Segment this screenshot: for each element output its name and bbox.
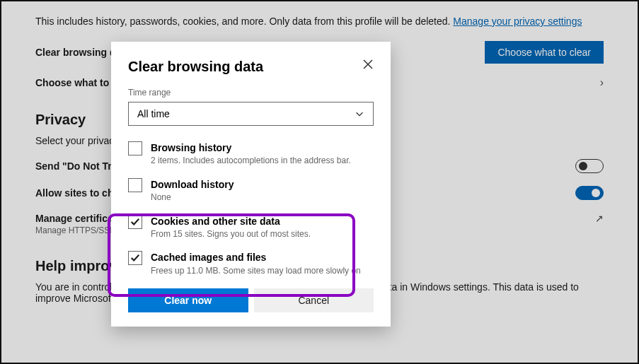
option-desc: 2 items. Includes autocompletions in the… xyxy=(151,155,351,167)
dialog-title: Clear browsing data xyxy=(128,59,263,75)
option-text: Browsing history2 items. Includes autoco… xyxy=(151,141,351,167)
clear-now-button[interactable]: Clear now xyxy=(128,288,248,312)
option-title: Browsing history xyxy=(151,141,351,154)
option-text: Cached images and filesFrees up 11.0 MB.… xyxy=(151,251,374,277)
option-desc: None xyxy=(151,192,234,204)
option-title: Cookies and other site data xyxy=(151,215,311,228)
option-checkbox[interactable] xyxy=(128,251,142,265)
allow-sites-toggle[interactable] xyxy=(575,186,604,200)
time-range-select[interactable]: All time xyxy=(128,102,374,126)
option-title: Cached images and files xyxy=(151,251,374,264)
options-list[interactable]: Browsing history2 items. Includes autoco… xyxy=(128,136,391,277)
option-text: Download historyNone xyxy=(151,178,234,204)
intro-paragraph: This includes history, passwords, cookie… xyxy=(35,16,604,27)
close-icon[interactable] xyxy=(362,59,374,70)
chevron-right-icon[interactable]: › xyxy=(600,76,604,89)
option-checkbox[interactable] xyxy=(128,178,142,192)
chevron-down-icon xyxy=(355,109,364,119)
cancel-button[interactable]: Cancel xyxy=(254,288,374,312)
option-checkbox[interactable] xyxy=(128,141,142,155)
option-desc: From 15 sites. Signs you out of most sit… xyxy=(151,229,311,240)
manage-privacy-link[interactable]: Manage your privacy settings xyxy=(453,16,582,27)
option-text: Cookies and other site dataFrom 15 sites… xyxy=(151,215,311,240)
option-checkbox[interactable] xyxy=(128,215,142,229)
time-range-label: Time range xyxy=(128,88,374,98)
option-row: Download historyNone xyxy=(128,172,374,209)
clear-data-dialog: Clear browsing data Time range All time … xyxy=(111,42,391,327)
choose-what-to-clear-button[interactable]: Choose what to clear xyxy=(485,41,604,64)
intro-text: This includes history, passwords, cookie… xyxy=(35,16,453,27)
option-title: Download history xyxy=(151,178,234,191)
option-row: Cached images and filesFrees up 11.0 MB.… xyxy=(128,245,374,277)
external-link-icon[interactable]: ↗ xyxy=(595,213,604,224)
option-desc: Frees up 11.0 MB. Some sites may load mo… xyxy=(151,266,374,277)
option-row: Browsing history2 items. Includes autoco… xyxy=(128,136,374,172)
time-range-value: All time xyxy=(137,108,170,119)
dnt-toggle[interactable] xyxy=(575,159,604,173)
option-row: Cookies and other site dataFrom 15 sites… xyxy=(128,209,374,246)
